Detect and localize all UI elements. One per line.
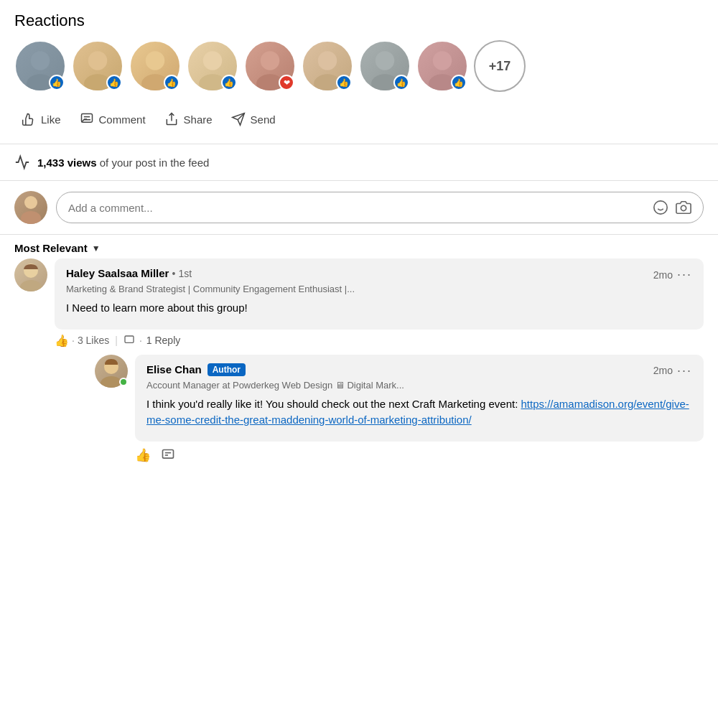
reaction-avatar-2[interactable]: 👍 [72, 40, 123, 92]
reaction-avatar-4[interactable]: 👍 [187, 40, 238, 92]
reactions-section: Reactions 👍 👍 👍 👍 ❤ 👍 👍 👍+17 [0, 0, 718, 144]
reply-section: Elise Chan Author 2mo ··· Account Manage… [95, 355, 704, 463]
sort-section[interactable]: Most Relevant ▼ [0, 235, 718, 258]
svg-point-22 [24, 196, 37, 209]
send-label: Send [251, 113, 276, 126]
comment-time-elise: 2mo [653, 365, 673, 376]
reply-actions-elise: 👍 [135, 442, 704, 463]
user-avatar-img [14, 191, 47, 224]
like-icon-small: 👍 [55, 334, 69, 347]
svg-point-2 [88, 51, 107, 70]
comment-subtitle-elise: Account Manager at Powderkeg Web Design … [146, 380, 692, 391]
comment-icon [80, 112, 94, 126]
views-suffix: of your post in the feed [100, 157, 210, 169]
like-action-elise[interactable]: 👍 [135, 447, 151, 463]
comment-text-haley: I Need to learn more about this group! [66, 300, 692, 317]
comment-time-haley: 2mo [653, 269, 673, 281]
send-button[interactable]: Send [224, 106, 287, 132]
more-dots-elise[interactable]: ··· [677, 363, 692, 378]
reaction-badge-8: 👍 [451, 75, 467, 90]
camera-icon [676, 200, 691, 215]
comment-button[interactable]: Comment [73, 106, 157, 132]
svg-point-27 [681, 205, 686, 210]
online-dot-elise [119, 378, 128, 386]
svg-point-8 [261, 51, 279, 70]
reaction-badge-1: 👍 [49, 75, 65, 90]
views-count: 1,433 views [37, 157, 97, 169]
views-text: 1,433 views of your post in the feed [37, 157, 209, 169]
actions-row: Like Comment Share Send [14, 103, 704, 138]
reaction-badge-3: 👍 [164, 75, 180, 90]
svg-point-29 [20, 280, 42, 291]
share-icon [164, 112, 179, 126]
comment-divider-dot: · [72, 335, 75, 346]
send-icon [231, 112, 246, 126]
svg-rect-33 [163, 449, 174, 458]
comment-reactions-haley: 👍 · 3 Likes | · 1 Reply [55, 330, 704, 347]
more-dots-haley[interactable]: ··· [677, 267, 692, 282]
photo-button[interactable] [676, 200, 691, 215]
author-badge: Author [208, 363, 246, 376]
reaction-avatar-7[interactable]: 👍 [359, 40, 411, 92]
views-section: 1,433 views of your post in the feed [0, 144, 718, 181]
sort-label: Most Relevant [14, 242, 88, 254]
comment-input[interactable] [68, 202, 647, 214]
comment-bubble-elise: Elise Chan Author 2mo ··· Account Manage… [135, 355, 704, 442]
likes-count-haley: 3 Likes [78, 335, 109, 346]
replies-count-haley[interactable]: 1 Reply [146, 335, 180, 346]
svg-point-14 [433, 51, 452, 70]
svg-point-0 [31, 51, 50, 70]
views-icon [14, 154, 30, 170]
svg-point-24 [654, 201, 667, 214]
reaction-avatar-6[interactable]: 👍 [302, 40, 353, 92]
svg-point-10 [318, 51, 337, 70]
emoji-button[interactable] [653, 200, 668, 215]
event-link[interactable]: https://amamadison.org/event/give-me-som… [146, 398, 689, 426]
svg-point-23 [21, 211, 41, 224]
reaction-badge-4: 👍 [221, 75, 237, 90]
comment-degree-haley: • 1st [172, 268, 192, 279]
like-icon [22, 112, 36, 126]
more-reactions-badge[interactable]: +17 [474, 40, 526, 92]
comment-author-haley: Haley Saalsaa Miller [66, 267, 169, 279]
reaction-avatar-5[interactable]: ❤ [244, 40, 296, 92]
comment-author-elise: Elise Chan [146, 363, 202, 375]
comments-list: Haley Saalsaa Miller • 1st 2mo ··· Marke… [0, 258, 718, 472]
comment-avatar-haley [14, 258, 47, 291]
comment-text-elise: I think you'd really like it! You should… [146, 396, 692, 429]
svg-rect-30 [125, 336, 134, 342]
share-button[interactable]: Share [157, 106, 224, 132]
reaction-avatar-1[interactable]: 👍 [14, 40, 66, 92]
emoji-icon [653, 200, 668, 215]
comment-avatar-elise [95, 355, 128, 388]
reaction-badge-6: 👍 [336, 75, 352, 90]
comment-label: Comment [99, 113, 146, 126]
svg-point-12 [376, 51, 394, 70]
comment-action-elise[interactable] [161, 448, 175, 462]
reaction-avatar-3[interactable]: 👍 [129, 40, 181, 92]
reply-icon-haley [123, 335, 135, 346]
reaction-badge-5: ❤ [279, 75, 294, 90]
svg-point-4 [146, 51, 164, 70]
comment-input-section [0, 181, 718, 235]
like-label: Like [41, 113, 61, 126]
avatars-row: 👍 👍 👍 👍 ❤ 👍 👍 👍+17 [14, 40, 704, 92]
comment-subtitle-haley: Marketing & Brand Strategist | Community… [66, 284, 692, 294]
haley-avatar-img [14, 258, 47, 291]
svg-point-6 [203, 51, 222, 70]
chevron-down-icon: ▼ [92, 243, 101, 253]
comment-input-box[interactable] [56, 192, 704, 223]
reply-dot: · [139, 335, 142, 346]
reaction-badge-2: 👍 [106, 75, 122, 90]
user-avatar [14, 191, 47, 224]
share-label: Share [184, 113, 213, 126]
reaction-avatar-8[interactable]: 👍 [416, 40, 468, 92]
reactions-title: Reactions [14, 11, 704, 30]
comment-item: Haley Saalsaa Miller • 1st 2mo ··· Marke… [14, 258, 704, 472]
like-button[interactable]: Like [14, 106, 73, 132]
comment-bubble-haley: Haley Saalsaa Miller • 1st 2mo ··· Marke… [55, 258, 704, 330]
reaction-badge-7: 👍 [393, 75, 409, 90]
reaction-separator: | [115, 335, 118, 346]
reply-item: Elise Chan Author 2mo ··· Account Manage… [95, 355, 704, 463]
